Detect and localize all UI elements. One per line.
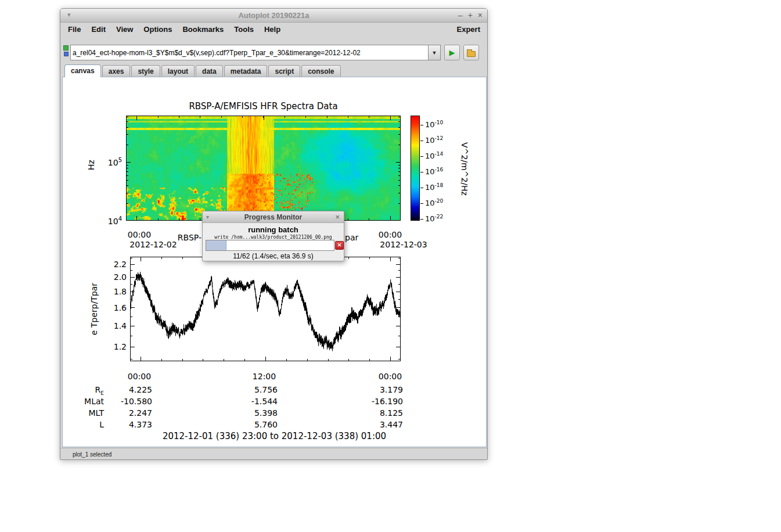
tab-data[interactable]: data bbox=[196, 65, 223, 77]
tick-exponent: -18 bbox=[435, 182, 444, 188]
tick-base: 10 bbox=[425, 214, 435, 223]
blue-square-icon bbox=[64, 52, 69, 56]
close-button[interactable]: × bbox=[478, 10, 483, 20]
dialog-menu-icon[interactable]: ▾ bbox=[206, 211, 209, 223]
colorbar-tick-label: 10-14 bbox=[425, 151, 443, 160]
tick-exponent: -22 bbox=[435, 214, 444, 220]
colorbar-tick-label: 10-20 bbox=[425, 198, 443, 207]
tick-base: 10 bbox=[425, 183, 435, 192]
plot2-xtick-label: 00:00 bbox=[122, 372, 157, 381]
menu-help[interactable]: Help bbox=[259, 23, 286, 34]
menu-view[interactable]: View bbox=[111, 23, 138, 34]
plot2-ytick-label: 1.6 bbox=[103, 303, 127, 312]
tick-exponent: -16 bbox=[435, 167, 444, 172]
tick-exponent: -10 bbox=[435, 120, 444, 125]
status-bar: plot_1 selected bbox=[60, 448, 487, 460]
menu-edit[interactable]: Edit bbox=[86, 23, 111, 34]
tick-base: 10 bbox=[108, 217, 118, 226]
annotation-value: 4.373 bbox=[88, 419, 152, 430]
annotation-value: 5.760 bbox=[214, 419, 278, 430]
plot1-title: RBSP-A/EMFISIS HFR Spectra Data bbox=[126, 101, 401, 112]
tab-bar: canvas axes style layout data metadata s… bbox=[64, 64, 485, 77]
colorbar-tick-label: 10-16 bbox=[425, 167, 443, 176]
uri-dropdown-button[interactable]: ▼ bbox=[428, 45, 441, 60]
maximize-button[interactable]: + bbox=[468, 10, 473, 20]
uri-input[interactable] bbox=[71, 45, 428, 60]
colorbar-tick-mark bbox=[420, 203, 423, 204]
tick-base: 10 bbox=[425, 199, 435, 207]
autoplot-window: ▾ Autoplot 20190221a –+× FileEditViewOpt… bbox=[60, 8, 488, 460]
progress-bar-fill bbox=[206, 240, 226, 250]
plot2-xtick-label: 12:00 bbox=[247, 372, 282, 381]
cancel-button[interactable]: ✕ bbox=[335, 241, 344, 250]
colorbar-tick-mark bbox=[420, 172, 423, 172]
annotation-value: -16.190 bbox=[339, 396, 403, 407]
tick-exponent: -20 bbox=[435, 198, 444, 204]
plot2-ytick-label: 1.8 bbox=[103, 287, 127, 296]
colorbar-tick-label: 10-10 bbox=[425, 120, 443, 129]
menu-file[interactable]: File bbox=[63, 23, 86, 34]
cancel-x-icon: ✕ bbox=[337, 242, 342, 248]
menu-bookmarks[interactable]: Bookmarks bbox=[177, 23, 229, 34]
minimize-button[interactable]: – bbox=[458, 10, 463, 20]
window-controls: –+× bbox=[453, 10, 483, 20]
tab-axes[interactable]: axes bbox=[102, 65, 131, 77]
timerange-label: 2012-12-01 (336) 23:00 to 2012-12-03 (33… bbox=[63, 431, 486, 441]
tick-exponent: 5 bbox=[118, 157, 122, 163]
uri-row: ▼ ▶ bbox=[60, 36, 487, 64]
tab-script[interactable]: script bbox=[268, 65, 300, 77]
progress-bar bbox=[206, 240, 334, 251]
plot2-y-axis-label: e Tperp/Tpar bbox=[89, 277, 99, 341]
datasource-indicator bbox=[63, 45, 70, 56]
annotation-value: 3.179 bbox=[339, 384, 403, 396]
canvas-panel: RBSP-A/EMFISIS HFR Spectra Data Hz 105 1… bbox=[62, 77, 487, 447]
dialog-close-icon[interactable]: × bbox=[335, 211, 340, 223]
progress-detail-label: write /hom...walk3/product_20121206_00.p… bbox=[203, 235, 344, 240]
tab-console[interactable]: console bbox=[301, 65, 340, 77]
go-button[interactable]: ▶ bbox=[444, 45, 460, 60]
tick-base: 10 bbox=[425, 167, 435, 176]
plot2-ytick-label: 2.2 bbox=[103, 260, 127, 269]
window-title: Autoplot 20190221a bbox=[60, 11, 487, 20]
uri-field-wrap bbox=[70, 45, 429, 60]
annotation-value: -10.580 bbox=[88, 396, 152, 407]
expert-toggle[interactable]: Expert bbox=[457, 25, 480, 34]
plot1-ytick-label: 104 bbox=[96, 215, 122, 226]
tick-exponent: 4 bbox=[118, 215, 122, 222]
plot1-ytick-label: 105 bbox=[96, 157, 122, 167]
colorbar-tick-label: 10-12 bbox=[425, 135, 443, 145]
lineplot-canvas[interactable] bbox=[130, 257, 401, 361]
annotation-value: 5.398 bbox=[214, 407, 278, 419]
colorbar-tick-mark bbox=[420, 141, 423, 141]
green-square-icon bbox=[63, 45, 69, 51]
chevron-down-icon: ▼ bbox=[432, 50, 437, 56]
tab-canvas[interactable]: canvas bbox=[64, 64, 101, 77]
tick-base: 10 bbox=[425, 120, 435, 129]
progress-monitor-dialog: ▾ Progress Monitor × running batch write… bbox=[202, 211, 344, 261]
tab-style[interactable]: style bbox=[131, 65, 160, 77]
plot1-y-axis-label: Hz bbox=[87, 156, 96, 174]
spectrogram-canvas[interactable] bbox=[126, 116, 401, 221]
tick-exponent: -14 bbox=[435, 151, 444, 157]
annotation-value: 3.447 bbox=[339, 419, 403, 430]
menu-options[interactable]: Options bbox=[138, 23, 177, 34]
colorbar-tick-mark bbox=[420, 219, 423, 220]
folder-icon bbox=[467, 51, 476, 57]
plot2-title-fragment-left: RBSP- bbox=[143, 233, 201, 242]
annotation-value: 4.225 bbox=[88, 384, 152, 396]
tab-layout[interactable]: layout bbox=[161, 65, 195, 77]
open-file-button[interactable] bbox=[463, 45, 479, 60]
progress-task-label: running batch bbox=[203, 225, 344, 234]
window-titlebar[interactable]: ▾ Autoplot 20190221a –+× bbox=[60, 9, 487, 23]
play-icon: ▶ bbox=[449, 48, 455, 57]
plot2-ytick-label: 2.0 bbox=[103, 272, 127, 282]
progress-dialog-title: Progress Monitor bbox=[203, 211, 344, 223]
tick-exponent: -12 bbox=[435, 135, 444, 141]
plot2-ytick-label: 1.2 bbox=[103, 342, 127, 351]
colorbar-tick-label: 10-18 bbox=[425, 182, 443, 192]
tab-metadata[interactable]: metadata bbox=[224, 65, 268, 77]
progress-dialog-titlebar[interactable]: ▾ Progress Monitor × bbox=[203, 211, 344, 223]
status-message: plot_1 selected bbox=[73, 451, 111, 458]
menu-tools[interactable]: Tools bbox=[229, 23, 259, 34]
menu-bar: FileEditViewOptionsBookmarksToolsHelp Ex… bbox=[63, 23, 487, 36]
